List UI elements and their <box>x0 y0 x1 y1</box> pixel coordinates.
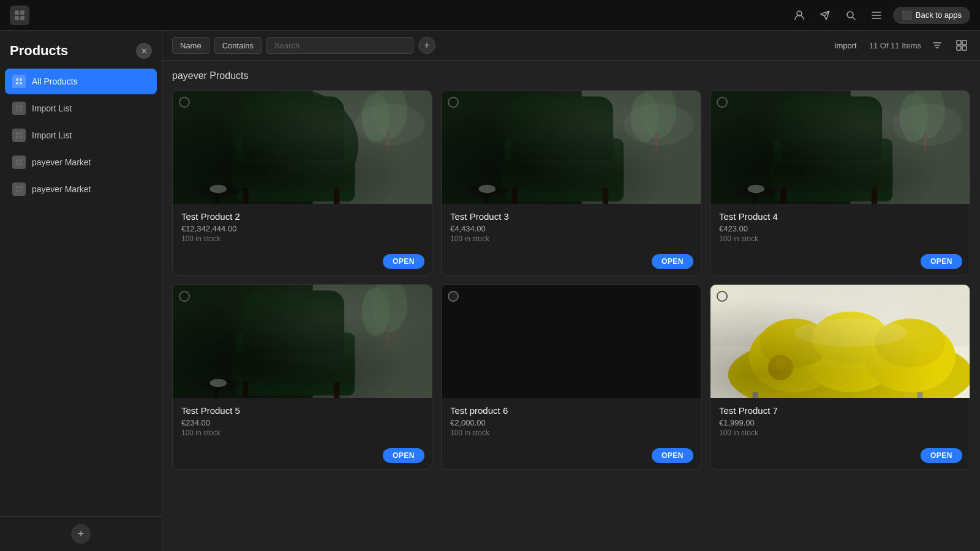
svg-point-90 <box>802 315 900 392</box>
sidebar-item-payever-market-1[interactable]: payever Market <box>5 149 157 175</box>
svg-rect-7 <box>20 78 22 81</box>
product-footer-2: OPEN <box>173 249 432 275</box>
main-layout: Products ✕ All Products <box>0 31 980 551</box>
svg-rect-15 <box>20 132 22 135</box>
svg-rect-3 <box>20 16 24 20</box>
svg-rect-20 <box>16 163 18 165</box>
contains-filter-chip[interactable]: Contains <box>214 37 262 54</box>
search-input[interactable] <box>266 37 413 54</box>
product-select-7[interactable] <box>717 291 728 302</box>
svg-rect-9 <box>20 82 22 84</box>
product-card-6[interactable]: Test product 6 €2,000.00 100 in stock OP… <box>441 284 701 470</box>
open-button-4[interactable]: OPEN <box>921 254 962 269</box>
product-info-6: Test product 6 €2,000.00 100 in stock <box>442 398 701 443</box>
svg-point-44 <box>355 103 424 146</box>
svg-rect-8 <box>16 82 18 84</box>
svg-point-74 <box>372 285 407 332</box>
svg-point-96 <box>775 359 786 370</box>
chair-image-2 <box>173 91 432 204</box>
svg-rect-68 <box>872 187 877 204</box>
product-name-7: Test Product 7 <box>719 405 961 416</box>
open-button-6[interactable]: OPEN <box>652 448 693 463</box>
sidebar-item-icon-all-products <box>12 75 26 88</box>
sidebar-item-import-list-2[interactable]: Import List <box>5 122 157 148</box>
svg-rect-1 <box>20 10 24 15</box>
product-select-3[interactable] <box>448 97 459 108</box>
svg-rect-67 <box>780 187 786 204</box>
app-logo[interactable] <box>10 6 29 25</box>
svg-rect-56 <box>484 191 488 204</box>
chair-image-4 <box>710 91 970 204</box>
svg-point-47 <box>631 93 659 142</box>
product-stock-6: 100 in stock <box>450 429 692 437</box>
svg-rect-36 <box>236 138 355 201</box>
open-button-2[interactable]: OPEN <box>383 254 424 269</box>
svg-rect-30 <box>173 91 432 204</box>
svg-point-41 <box>197 186 239 197</box>
open-button-5[interactable]: OPEN <box>383 448 424 463</box>
add-collection-button[interactable]: + <box>71 524 91 544</box>
svg-rect-73 <box>173 285 432 398</box>
product-footer-3: OPEN <box>442 249 701 275</box>
back-to-apps-button[interactable]: ⬛ Back to apps <box>893 7 970 24</box>
svg-point-58 <box>624 103 693 146</box>
menu-icon[interactable] <box>867 6 886 24</box>
product-price-2: €12,342,444.00 <box>181 224 423 233</box>
svg-rect-84 <box>215 385 219 398</box>
svg-rect-10 <box>16 105 18 108</box>
product-stock-7: 100 in stock <box>719 429 961 437</box>
product-select-6[interactable] <box>448 291 459 302</box>
open-button-3[interactable]: OPEN <box>652 254 693 269</box>
product-select-2[interactable] <box>179 97 190 108</box>
product-image-6 <box>442 285 701 398</box>
profile-icon[interactable] <box>790 6 809 24</box>
item-count: 11 Of 11 Items <box>869 41 921 50</box>
svg-rect-77 <box>313 285 432 398</box>
svg-point-72 <box>892 103 962 146</box>
sidebar-item-payever-market-2[interactable]: payever Market <box>5 176 157 202</box>
svg-rect-12 <box>16 109 18 111</box>
import-button[interactable]: Import <box>829 39 862 53</box>
content-area: Name Contains + Import 11 Of 11 Items <box>162 31 980 551</box>
svg-point-71 <box>748 185 764 193</box>
product-card-2[interactable]: Test Product 2 €12,342,444.00 100 in sto… <box>172 90 432 276</box>
grid-view-button[interactable] <box>953 37 970 54</box>
open-button-7[interactable]: OPEN <box>921 448 962 463</box>
name-filter-chip[interactable]: Name <box>172 37 209 54</box>
send-icon[interactable] <box>816 6 834 24</box>
chair-image-5 <box>173 285 432 398</box>
product-name-3: Test Product 3 <box>450 211 692 222</box>
product-footer-4: OPEN <box>710 249 970 275</box>
svg-point-69 <box>735 186 777 197</box>
svg-rect-13 <box>20 109 22 111</box>
sort-button[interactable] <box>929 37 946 54</box>
svg-rect-66 <box>770 160 892 191</box>
add-filter-button[interactable]: + <box>418 37 435 54</box>
back-icon: ⬛ <box>902 10 912 20</box>
product-card-5[interactable]: Test Product 5 €234.00 100 in stock OPEN <box>172 284 432 470</box>
products-grid: Test Product 2 €12,342,444.00 100 in sto… <box>172 90 970 470</box>
product-card-4[interactable]: Test Product 4 €423.00 100 in stock OPEN <box>710 90 970 276</box>
product-select-5[interactable] <box>179 291 190 302</box>
product-price-4: €423.00 <box>719 224 961 233</box>
sidebar-item-label-payever-market-2: payever Market <box>32 184 91 194</box>
svg-rect-54 <box>603 187 608 204</box>
product-card-7[interactable]: Test Product 7 €1,999.00 100 in stock OP… <box>710 284 970 470</box>
product-image-2 <box>173 91 432 204</box>
svg-rect-22 <box>16 186 18 189</box>
product-card-3[interactable]: Test Product 3 €4,434.00 100 in stock OP… <box>441 90 701 276</box>
sidebar-item-import-list-1[interactable]: Import List <box>5 96 157 121</box>
svg-rect-19 <box>20 159 22 162</box>
search-icon[interactable] <box>842 6 860 24</box>
sidebar-close-button[interactable]: ✕ <box>136 43 152 59</box>
product-info-4: Test Product 4 €423.00 100 in stock <box>710 204 970 249</box>
svg-rect-2 <box>15 16 19 20</box>
svg-point-85 <box>210 379 227 388</box>
svg-point-55 <box>466 186 508 197</box>
svg-point-46 <box>641 91 676 138</box>
product-select-4[interactable] <box>717 97 728 108</box>
sidebar-item-icon-payever-market-1 <box>12 156 26 169</box>
svg-rect-49 <box>582 91 701 204</box>
back-to-apps-label: Back to apps <box>916 10 962 20</box>
sidebar-item-all-products[interactable]: All Products <box>5 69 157 94</box>
